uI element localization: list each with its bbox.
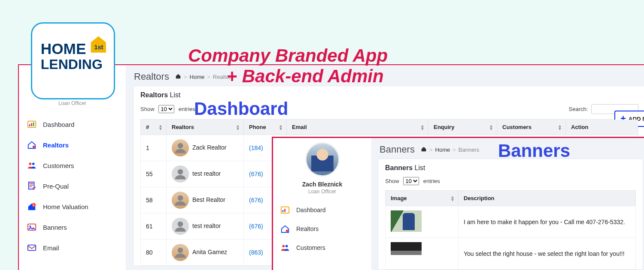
svg-point-19 — [178, 248, 183, 253]
sidebar-item-label: Realtors — [296, 225, 319, 232]
card-title: Realtors List — [140, 91, 638, 99]
sidebar-item-label: Dashboard — [43, 121, 74, 128]
avatar — [172, 165, 189, 183]
headline-line1: Company Branded App — [188, 45, 388, 66]
home-icon[interactable] — [421, 146, 427, 153]
banners-card: Banners List Show 10 entries Image▲▼ Des… — [378, 159, 643, 270]
profile-role: Loan Officer — [273, 189, 371, 195]
sidebar-item-dashboard[interactable]: Dashboard — [273, 201, 371, 219]
logo-text-lending: LENDING — [41, 57, 103, 72]
banners-screenshot: Zach Bleznick Loan Officer Dashboard Rea… — [273, 138, 644, 270]
banners-icon — [27, 222, 37, 232]
avatar — [172, 139, 189, 156]
cell-num: 1 — [141, 135, 167, 161]
entries-select[interactable]: 10 — [403, 177, 419, 185]
sidebar-item-realtors[interactable]: Realtors — [19, 135, 126, 155]
entries-label: entries — [179, 106, 195, 112]
show-label: Show — [140, 106, 155, 112]
entries-label: entries — [423, 178, 440, 184]
col-description[interactable]: Description — [459, 191, 636, 206]
page-title: Banners — [380, 144, 415, 155]
dashboard-icon — [280, 205, 290, 215]
svg-point-7 — [29, 163, 32, 165]
sidebar-b: Zach Bleznick Loan Officer Dashboard Rea… — [273, 138, 372, 270]
svg-rect-4 — [31, 123, 32, 126]
svg-point-16 — [178, 169, 183, 175]
breadcrumb: > Home > Banners — [421, 146, 479, 153]
sidebar-item-label: Customers — [43, 162, 74, 169]
svg-point-6 — [33, 146, 35, 148]
svg-point-15 — [178, 143, 183, 149]
dashboard-icon — [27, 119, 37, 129]
sidebar-item-customers[interactable]: Customers — [273, 238, 371, 257]
sidebar-item-label: Customers — [296, 244, 325, 251]
brand-logo: HOME 1st LENDING — [31, 22, 115, 99]
cell-num: 61 — [141, 213, 167, 240]
col-phone[interactable]: Phone▲▼ — [244, 120, 287, 135]
avatar — [172, 192, 189, 209]
sidebar-item-home-valuation[interactable]: $ Home Valuation — [19, 196, 126, 217]
col-realtors[interactable]: Realtors▲▼ — [167, 120, 244, 135]
cell-num: 55 — [141, 161, 167, 187]
search-label: Search: — [569, 106, 588, 112]
col-action[interactable]: Action — [566, 120, 638, 135]
sidebar-item-label: Home Valuation — [43, 203, 88, 210]
banners-table: Image▲▼ Description I am here to make it… — [385, 190, 636, 270]
banner-image — [391, 242, 422, 264]
col-email[interactable]: Email▲▼ — [287, 120, 428, 135]
breadcrumb-home[interactable]: Home — [435, 147, 450, 153]
table-row: You select the right house - we select t… — [386, 238, 636, 270]
col-enquiry[interactable]: Enquiry▲▼ — [428, 120, 497, 135]
svg-point-8 — [32, 163, 35, 165]
headline: Company Branded App + Back-end Admin — [188, 45, 388, 87]
svg-point-13 — [30, 225, 31, 227]
sidebar-item-dashboard[interactable]: Dashboard — [19, 114, 126, 135]
show-label: Show — [385, 178, 399, 184]
page-title: Realtors — [134, 71, 169, 82]
home-valuation-icon: $ — [27, 201, 37, 212]
logo-text-home: HOME — [41, 40, 86, 57]
cell-realtor: Anita Gamez — [167, 240, 244, 266]
cell-realtor: test realtor — [167, 213, 244, 240]
realtors-icon — [27, 140, 37, 150]
sidebar-item-label: Realtors — [43, 141, 69, 149]
col-customers[interactable]: Customers▲▼ — [497, 120, 566, 135]
customers-icon — [280, 243, 290, 253]
label-dashboard: Dashboard — [194, 99, 288, 119]
sidebar-item-realtors[interactable]: Realtors — [273, 219, 371, 238]
sidebar-item-label: Dashboard — [296, 207, 326, 213]
svg-rect-22 — [284, 209, 286, 212]
sidebar-item-label: Pre-Qual — [43, 183, 69, 190]
svg-point-25 — [286, 245, 288, 248]
profile-block: Zach Bleznick Loan Officer — [273, 179, 371, 197]
profile-role: Loan Officer — [19, 100, 126, 106]
home-icon[interactable] — [175, 73, 181, 81]
avatar — [172, 244, 189, 261]
card-title: Banners List — [385, 164, 636, 172]
sidebar-item-email[interactable]: Email — [19, 237, 126, 258]
sidebar-nav: Dashboard Realtors Customers Pre-Qual $ … — [19, 111, 126, 258]
avatar — [305, 142, 340, 177]
breadcrumb-current: Banners — [459, 147, 479, 153]
sidebar-item-prequal[interactable]: Pre-Qual — [19, 176, 126, 196]
sidebar-item-label: Banners — [43, 224, 67, 231]
svg-rect-5 — [33, 122, 34, 126]
cell-realtor: Zack Realtor — [167, 135, 244, 161]
svg-rect-21 — [283, 210, 284, 212]
avatar — [172, 218, 189, 235]
svg-text:1st: 1st — [94, 44, 103, 51]
entries-select[interactable]: 10 — [158, 105, 174, 113]
sidebar-item-customers[interactable]: Customers — [19, 155, 126, 176]
banner-desc: You select the right house - we select t… — [459, 238, 636, 270]
headline-line2: + Back-end Admin — [222, 66, 388, 87]
cell-num: 80 — [141, 240, 167, 266]
customers-icon — [27, 160, 37, 171]
table-row: I am here to make it happen for you - Ca… — [386, 206, 636, 238]
svg-point-18 — [178, 222, 183, 227]
email-icon — [27, 243, 37, 253]
profile-name: Zach Bleznick — [273, 181, 371, 188]
svg-text:$: $ — [33, 204, 34, 207]
sidebar-item-banners[interactable]: Banners — [19, 217, 126, 237]
col-num[interactable]: #▲▼ — [141, 120, 167, 135]
col-image[interactable]: Image▲▼ — [386, 191, 459, 206]
